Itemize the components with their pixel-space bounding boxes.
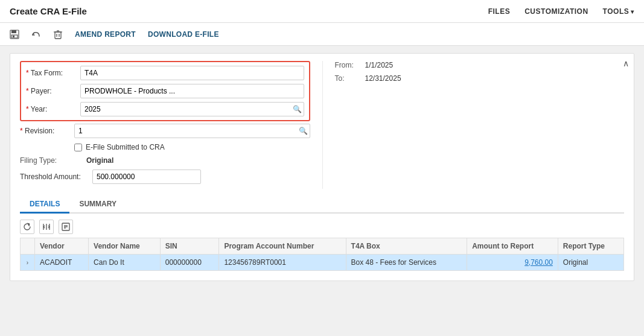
revision-field: 🔍: [74, 124, 310, 138]
from-value: 1/1/2025: [365, 61, 394, 69]
nav-customization[interactable]: CUSTOMIZATION: [524, 7, 588, 16]
main-content: ∧ Tax Form: T4A Paye: [0, 46, 644, 336]
export-icon[interactable]: [59, 220, 73, 234]
efile-checkbox-label: E-File Submitted to CRA: [86, 143, 165, 151]
toolbar: AMEND REPORT DOWNLOAD E-FILE: [0, 23, 644, 46]
td-vendor: ACADOIT: [35, 255, 89, 271]
filing-type-label: Filing Type:: [20, 156, 86, 165]
refresh-icon[interactable]: [20, 220, 34, 234]
row-arrow-icon: ›: [27, 259, 28, 266]
highlight-group: Tax Form: T4A Payer: PRODWHOLE - Produc: [20, 61, 310, 121]
payer-field: PRODWHOLE - Products ...: [80, 84, 304, 98]
row-arrow-cell: ›: [21, 255, 35, 271]
th-sin: SIN: [160, 238, 219, 255]
threshold-input[interactable]: [92, 170, 201, 184]
tax-form-select[interactable]: T4A: [80, 66, 304, 80]
revision-input[interactable]: [74, 124, 310, 138]
to-label: To:: [335, 74, 365, 83]
efile-checkbox-row: E-File Submitted to CRA: [74, 143, 310, 151]
year-input[interactable]: [80, 102, 304, 116]
payer-label: Payer:: [26, 87, 80, 95]
payer-select[interactable]: PRODWHOLE - Products ...: [80, 84, 304, 98]
filing-type-row: Filing Type: Original: [20, 156, 310, 165]
sub-toolbar: [20, 216, 624, 238]
download-efile-button[interactable]: DOWNLOAD E-FILE: [145, 30, 222, 39]
nav-files[interactable]: FILES: [488, 7, 511, 16]
table-row[interactable]: ›ACADOITCan Do It000000000123456789RT000…: [21, 255, 624, 271]
tax-form-field: T4A: [80, 66, 304, 80]
top-nav: FILES CUSTOMIZATION TOOLS: [488, 7, 634, 16]
filing-type-value: Original: [86, 156, 113, 165]
top-bar: Create CRA E-File FILES CUSTOMIZATION TO…: [0, 0, 644, 23]
revision-search-icon[interactable]: 🔍: [299, 127, 308, 135]
tab-details[interactable]: DETAILS: [20, 196, 69, 214]
svg-rect-1: [11, 30, 16, 33]
efile-checkbox[interactable]: [74, 144, 82, 151]
form-right: From: 1/1/2025 To: 12/31/2025: [322, 61, 625, 189]
th-vendor: Vendor: [35, 238, 89, 255]
collapse-button[interactable]: ∧: [623, 59, 629, 68]
form-panel: ∧ Tax Form: T4A Paye: [10, 53, 634, 281]
to-row: To: 12/31/2025: [335, 74, 625, 83]
td-t4a-box: Box 48 - Fees for Services: [346, 255, 467, 271]
data-table: Vendor Vendor Name SIN Program Account N…: [20, 238, 624, 271]
year-row: Year: 🔍: [26, 102, 304, 116]
undo-icon[interactable]: [29, 27, 43, 42]
tax-form-label: Tax Form:: [26, 69, 80, 77]
save-icon[interactable]: [7, 27, 22, 42]
app-title: Create CRA E-File: [10, 6, 87, 16]
td-program-account-number: 123456789RT0001: [219, 255, 346, 271]
th-report-type: Report Type: [558, 238, 623, 255]
year-search-icon[interactable]: 🔍: [293, 105, 302, 113]
svg-rect-3: [13, 36, 14, 37]
th-t4a-box: T4A Box: [346, 238, 467, 255]
from-row: From: 1/1/2025: [335, 61, 625, 69]
tab-summary[interactable]: SUMMARY: [69, 196, 126, 214]
td-vendor-name: Can Do It: [89, 255, 161, 271]
table-header-row: Vendor Vendor Name SIN Program Account N…: [21, 238, 624, 255]
from-label: From:: [335, 61, 365, 69]
td-report-type: Original: [558, 255, 623, 271]
year-label: Year:: [26, 105, 80, 113]
delete-icon[interactable]: [51, 27, 65, 42]
amend-report-button[interactable]: AMEND REPORT: [72, 30, 138, 39]
form-grid: Tax Form: T4A Payer: PRODWHOLE - Produc: [20, 61, 624, 189]
tax-form-row: Tax Form: T4A: [26, 66, 304, 80]
tabs-bar: DETAILS SUMMARY: [20, 196, 624, 214]
nav-tools[interactable]: TOOLS: [603, 7, 634, 16]
threshold-label: Threshold Amount:: [20, 173, 92, 181]
th-amount-to-report: Amount to Report: [467, 238, 558, 255]
revision-row: Revision: 🔍: [20, 124, 310, 138]
fit-columns-icon[interactable]: [39, 220, 54, 234]
year-field: 🔍: [80, 102, 304, 116]
svg-rect-4: [55, 32, 61, 39]
to-value: 12/31/2025: [365, 74, 401, 83]
revision-label: Revision:: [20, 127, 74, 135]
td-amount-to-report[interactable]: 9,760.00: [467, 255, 558, 271]
th-vendor-name: Vendor Name: [89, 238, 161, 255]
td-sin: 000000000: [160, 255, 219, 271]
amount-link[interactable]: 9,760.00: [524, 258, 553, 267]
threshold-row: Threshold Amount:: [20, 170, 310, 184]
form-left: Tax Form: T4A Payer: PRODWHOLE - Produc: [20, 61, 322, 189]
threshold-field: [92, 170, 310, 184]
payer-row: Payer: PRODWHOLE - Products ...: [26, 84, 304, 98]
th-program-account-number: Program Account Number: [219, 238, 346, 255]
th-row-indicator: [21, 238, 35, 255]
